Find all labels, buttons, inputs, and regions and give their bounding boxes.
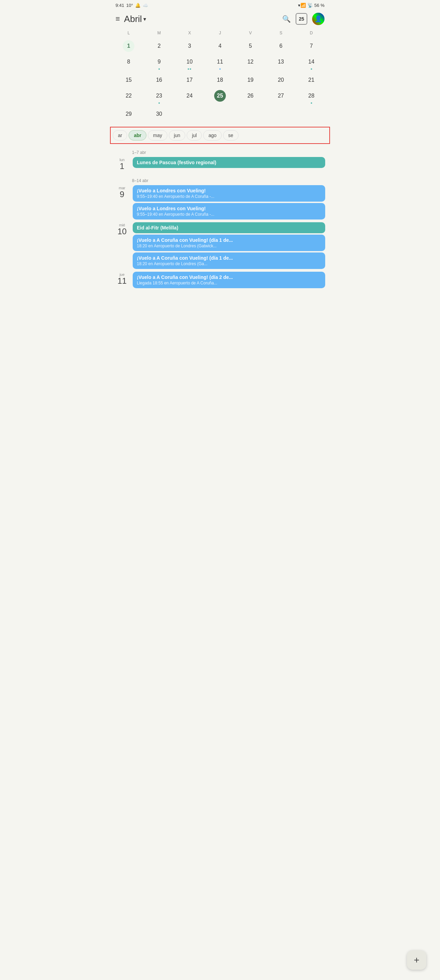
calendar-day[interactable]: 26 <box>235 88 266 106</box>
status-left: 9:41 10° 🔔 ☁️ <box>115 3 148 8</box>
weekday-label: V <box>235 29 266 37</box>
day-number: 19 <box>245 74 257 86</box>
calendar-day[interactable]: 10 <box>174 54 205 72</box>
calendar-day[interactable]: 20 <box>266 72 296 88</box>
event-card[interactable]: Eid al-Fitr (Melilla) <box>133 222 325 233</box>
day-number: 20 <box>275 74 287 86</box>
calendar-day[interactable]: 21 <box>296 72 327 88</box>
header: ≡ Abril ▾ 🔍 25 👤 <box>110 9 330 28</box>
day-dots <box>158 102 160 104</box>
calendar-day[interactable]: 18 <box>205 72 236 88</box>
calendar-day[interactable]: 5 <box>235 38 266 54</box>
calendar-day[interactable]: 11 <box>205 54 236 72</box>
status-cloud-icon: ☁️ <box>143 3 148 8</box>
day-number: 24 <box>183 90 195 102</box>
calendar-day[interactable]: 8 <box>113 54 144 72</box>
event-cards: Eid al-Fitr (Melilla)¡Vuelo a A Coruña c… <box>133 222 325 269</box>
day-number: 16 <box>153 74 165 86</box>
header-title[interactable]: Abril ▾ <box>124 14 146 24</box>
month-tab[interactable]: ago <box>203 130 222 140</box>
month-tab[interactable]: abr <box>129 130 147 140</box>
day-number: 9 <box>153 56 165 68</box>
event-card[interactable]: Lunes de Pascua (festivo regional) <box>133 157 325 168</box>
calendar-day[interactable]: 13 <box>266 54 296 72</box>
today-badge[interactable]: 25 <box>296 13 307 25</box>
event-card-subtitle: Llegada 18:55 en Aeropuerto de A Coruña.… <box>137 281 321 285</box>
header-right: 🔍 25 👤 <box>282 13 325 25</box>
signal-icon: 📡 <box>307 3 313 8</box>
week-header: 1–7 abr <box>115 145 325 157</box>
month-tab[interactable]: se <box>223 130 239 140</box>
month-dropdown-icon: ▾ <box>143 16 146 22</box>
status-time: 9:41 <box>115 3 124 8</box>
event-dot <box>158 102 160 104</box>
day-dots <box>188 68 191 70</box>
event-cards: ¡Vuelo a A Coruña con Vueling! (día 2 de… <box>133 272 325 288</box>
event-cards: Lunes de Pascua (festivo regional) <box>133 157 325 168</box>
day-number: 25 <box>214 90 226 102</box>
calendar-day[interactable]: 29 <box>113 106 144 122</box>
event-card-subtitle: 18:20 en Aeropuerto de Londres (Ga... <box>137 261 321 266</box>
calendar-day[interactable]: 27 <box>266 88 296 106</box>
calendar: LMXJVSD 12345678910111213141516171819202… <box>110 28 330 126</box>
search-button[interactable]: 🔍 <box>282 15 291 23</box>
event-card[interactable]: ¡Vuelo a A Coruña con Vueling! (día 1 de… <box>133 235 325 251</box>
calendar-day[interactable]: 7 <box>296 38 327 54</box>
event-day-num: 9 <box>120 190 124 199</box>
day-number: 8 <box>123 56 134 68</box>
calendar-day[interactable]: 24 <box>174 88 205 106</box>
calendar-day[interactable]: 28 <box>296 88 327 106</box>
event-dot <box>188 68 189 70</box>
event-day-num: 1 <box>120 162 124 171</box>
day-number: 14 <box>306 56 317 68</box>
month-tab[interactable]: jul <box>187 130 202 140</box>
status-notification-icon: 🔔 <box>135 3 140 8</box>
month-tab[interactable]: jun <box>169 130 186 140</box>
day-number: 23 <box>153 90 165 102</box>
day-number: 13 <box>275 56 287 68</box>
calendar-day[interactable]: 6 <box>266 38 296 54</box>
calendar-day[interactable]: 16 <box>144 72 175 88</box>
calendar-day[interactable]: 9 <box>144 54 175 72</box>
avatar[interactable]: 👤 <box>312 13 325 25</box>
month-tab[interactable]: may <box>148 130 167 140</box>
calendar-day[interactable]: 3 <box>174 38 205 54</box>
day-number: 6 <box>275 40 287 52</box>
calendar-day[interactable]: 12 <box>235 54 266 72</box>
month-tab[interactable]: ar <box>113 130 127 140</box>
event-card[interactable]: ¡Vuelo a A Coruña con Vueling! (día 1 de… <box>133 253 325 269</box>
day-number: 28 <box>306 90 317 102</box>
day-number: 22 <box>123 90 134 102</box>
menu-button[interactable]: ≡ <box>115 14 120 23</box>
event-card[interactable]: ¡Vuelo a Londres con Vueling!9:55–19:40 … <box>133 185 325 202</box>
month-tabs: arabrmayjunjulagose <box>111 127 329 143</box>
event-dot <box>158 68 160 70</box>
calendar-day[interactable]: 4 <box>205 38 236 54</box>
weekday-label: S <box>266 29 296 37</box>
calendar-day[interactable]: 2 <box>144 38 175 54</box>
event-card-title: Eid al-Fitr (Melilla) <box>137 225 321 231</box>
calendar-day[interactable]: 19 <box>235 72 266 88</box>
event-row: jue11¡Vuelo a A Coruña con Vueling! (día… <box>115 272 325 288</box>
calendar-day[interactable]: 14 <box>296 54 327 72</box>
calendar-day[interactable]: 17 <box>174 72 205 88</box>
calendar-day[interactable]: 30 <box>144 106 175 122</box>
event-dot <box>311 102 312 104</box>
event-card-title: ¡Vuelo a A Coruña con Vueling! (día 2 de… <box>137 274 321 280</box>
event-card[interactable]: ¡Vuelo a Londres con Vueling!9:55–19:40 … <box>133 203 325 220</box>
day-number: 7 <box>306 40 317 52</box>
event-date-col: jue11 <box>115 272 129 285</box>
event-row: mié10Eid al-Fitr (Melilla)¡Vuelo a A Cor… <box>115 222 325 269</box>
battery-percent: 56 % <box>314 3 325 8</box>
calendar-day[interactable]: 15 <box>113 72 144 88</box>
calendar-day[interactable]: 25 <box>205 88 236 106</box>
event-date-col: mar9 <box>115 185 129 199</box>
calendar-day[interactable]: 23 <box>144 88 175 106</box>
calendar-day[interactable]: 1 <box>113 38 144 54</box>
day-number: 4 <box>214 40 226 52</box>
calendar-day[interactable]: 22 <box>113 88 144 106</box>
weekday-label: D <box>296 29 327 37</box>
day-number: 5 <box>245 40 257 52</box>
weekday-label: L <box>113 29 144 37</box>
event-card[interactable]: ¡Vuelo a A Coruña con Vueling! (día 2 de… <box>133 272 325 288</box>
